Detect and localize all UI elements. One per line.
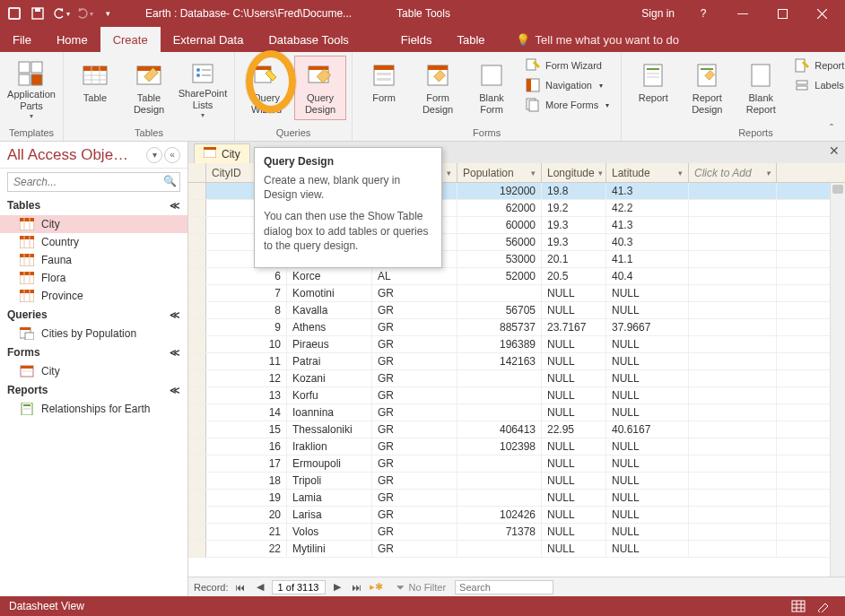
select-all-corner[interactable] xyxy=(188,163,206,182)
redo-icon[interactable]: ▾ xyxy=(74,3,95,24)
table-row[interactable]: 10PiraeusGR196389NULLNULL xyxy=(188,336,845,353)
vertical-scrollbar[interactable] xyxy=(830,183,845,577)
nav-group-reports[interactable]: Reports≪ xyxy=(0,380,187,400)
row-selector[interactable] xyxy=(188,387,206,403)
row-selector[interactable] xyxy=(188,455,206,472)
close-tab-icon[interactable]: ✕ xyxy=(829,143,840,158)
table-design-button[interactable]: Table Design xyxy=(123,56,175,120)
column-header-latitude[interactable]: Latitude▾ xyxy=(606,163,689,182)
close-button[interactable] xyxy=(802,0,841,27)
more-forms-button[interactable]: More Forms▾ xyxy=(519,95,615,115)
column-header-population[interactable]: Population▾ xyxy=(457,163,542,182)
tell-me-search[interactable]: 💡 Tell me what you want to do xyxy=(516,27,679,52)
table-row[interactable]: 13KorfuGRNULLNULL xyxy=(188,387,845,404)
filter-indicator[interactable]: ⏷No Filter xyxy=(396,582,447,593)
new-record-button[interactable]: ▸✱ xyxy=(369,579,385,595)
row-selector[interactable] xyxy=(188,541,206,557)
context-tab-table[interactable]: Table xyxy=(445,27,498,52)
row-selector[interactable] xyxy=(188,370,206,386)
search-icon[interactable]: 🔍 xyxy=(163,175,177,187)
nav-item-province[interactable]: Province xyxy=(0,287,187,305)
maximize-button[interactable] xyxy=(762,0,802,27)
labels-button[interactable]: Labels xyxy=(788,75,845,95)
table-button[interactable]: Table xyxy=(69,56,121,120)
nav-item-fauna[interactable]: Fauna xyxy=(0,251,187,269)
row-selector[interactable] xyxy=(188,183,206,199)
nav-item-relationships-for-earth[interactable]: Relationships for Earth xyxy=(0,400,187,418)
row-selector[interactable] xyxy=(188,302,206,318)
report-button[interactable]: Report xyxy=(627,56,679,120)
help-button[interactable]: ? xyxy=(684,0,723,27)
nav-item-cities-by-population[interactable]: Cities by Population xyxy=(0,325,187,343)
nav-item-country[interactable]: Country xyxy=(0,233,187,251)
save-icon[interactable] xyxy=(27,3,48,24)
table-row[interactable]: 20LarisaGR102426NULLNULL xyxy=(188,507,845,524)
table-row[interactable]: 12KozaniGRNULLNULL xyxy=(188,370,845,387)
nav-group-tables[interactable]: Tables≪ xyxy=(0,195,187,215)
table-row[interactable]: 22MytiliniGRNULLNULL xyxy=(188,541,845,558)
nav-item-city[interactable]: City xyxy=(0,362,187,380)
table-row[interactable]: 16IraklionGR102398NULLNULL xyxy=(188,438,845,455)
next-record-button[interactable]: ▶ xyxy=(329,579,345,595)
query-wizard-button[interactable]: Query Wizard xyxy=(240,56,292,120)
row-selector[interactable] xyxy=(188,268,206,284)
menu-tab-home[interactable]: Home xyxy=(44,27,100,52)
query-design-button[interactable]: Query Design xyxy=(294,56,346,120)
context-tab-fields[interactable]: Fields xyxy=(388,27,445,52)
column-header-click-to-add[interactable]: Click to Add▾ xyxy=(689,163,777,182)
menu-tab-database-tools[interactable]: Database Tools xyxy=(256,27,361,52)
sharepoint-lists-button[interactable]: SharePoint Lists▾ xyxy=(177,56,229,120)
nav-group-queries[interactable]: Queries≪ xyxy=(0,305,187,325)
row-selector[interactable] xyxy=(188,353,206,369)
application-parts-button[interactable]: Application Parts ▾ xyxy=(5,56,57,120)
table-row[interactable]: 11PatraiGR142163NULLNULL xyxy=(188,353,845,370)
row-selector[interactable] xyxy=(188,251,206,267)
row-selector[interactable] xyxy=(188,438,206,455)
row-selector[interactable] xyxy=(188,217,206,233)
navigation-button[interactable]: Navigation▾ xyxy=(519,75,615,95)
row-selector[interactable] xyxy=(188,200,206,216)
blank-report-button[interactable]: Blank Report xyxy=(735,56,787,120)
prev-record-button[interactable]: ◀ xyxy=(252,579,268,595)
record-position-input[interactable] xyxy=(272,580,326,594)
table-row[interactable]: 19LamiaGRNULLNULL xyxy=(188,490,845,507)
form-wizard-button[interactable]: Form Wizard xyxy=(519,56,615,75)
menu-tab-external-data[interactable]: External Data xyxy=(161,27,257,52)
collapse-ribbon-icon[interactable]: ˆ xyxy=(823,121,840,137)
datasheet-view-button[interactable] xyxy=(786,596,811,616)
access-icon[interactable] xyxy=(4,3,25,24)
table-row[interactable]: 7KomotiniGRNULLNULL xyxy=(188,285,845,302)
row-selector[interactable] xyxy=(188,490,206,506)
menu-tab-file[interactable]: File xyxy=(0,27,44,52)
scroll-thumb[interactable] xyxy=(832,185,843,194)
table-row[interactable]: 17ErmoupoliGRNULLNULL xyxy=(188,455,845,473)
nav-pane-title[interactable]: All Access Obje… xyxy=(7,146,144,164)
report-design-button[interactable]: Report Design xyxy=(681,56,733,120)
column-header-longitude[interactable]: Longitude▾ xyxy=(542,163,606,182)
table-row[interactable]: 15ThessalonikiGR40641322.9540.6167 xyxy=(188,421,845,438)
row-selector[interactable] xyxy=(188,285,206,301)
doc-tab-city[interactable]: City xyxy=(194,143,250,163)
row-selector[interactable] xyxy=(188,336,206,352)
table-row[interactable]: 6KorceAL5200020.540.4 xyxy=(188,268,845,285)
row-selector[interactable] xyxy=(188,421,206,438)
row-selector[interactable] xyxy=(188,524,206,540)
table-row[interactable]: 18TripoliGRNULLNULL xyxy=(188,473,845,490)
row-selector[interactable] xyxy=(188,404,206,421)
sign-in-link[interactable]: Sign in xyxy=(641,7,675,20)
undo-icon[interactable]: ▾ xyxy=(50,3,72,24)
blank-form-button[interactable]: Blank Form xyxy=(466,56,518,120)
last-record-button[interactable]: ⏭ xyxy=(349,579,365,595)
customize-qat-icon[interactable]: ▾ xyxy=(97,3,118,24)
menu-tab-create[interactable]: Create xyxy=(100,27,161,52)
row-selector[interactable] xyxy=(188,319,206,335)
row-selector[interactable] xyxy=(188,473,206,489)
nav-item-city[interactable]: City xyxy=(0,215,187,233)
design-view-button[interactable] xyxy=(811,596,836,616)
record-search-input[interactable] xyxy=(455,580,553,594)
nav-dropdown-icon[interactable]: ▾ xyxy=(146,147,162,163)
table-row[interactable]: 14IoanninaGRNULLNULL xyxy=(188,404,845,421)
first-record-button[interactable]: ⏮ xyxy=(232,579,248,595)
table-row[interactable]: 9AthensGR88573723.716737.9667 xyxy=(188,319,845,336)
form-button[interactable]: Form xyxy=(358,56,410,120)
